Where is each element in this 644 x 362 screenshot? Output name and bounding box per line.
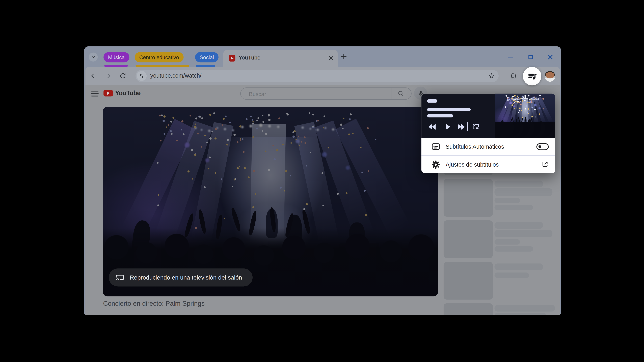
- thumbnail-skeleton: [444, 303, 493, 315]
- text-skeleton: [494, 239, 520, 245]
- tab-title: YouTube: [239, 50, 260, 67]
- media-session-card: [422, 93, 555, 138]
- confetti: [495, 93, 496, 94]
- live-caption-label: Subtítulos Automáticos: [446, 143, 504, 150]
- tab-strip: Música Centro educativo Social YouTube: [84, 46, 561, 67]
- extensions-icon[interactable]: [510, 72, 517, 80]
- window-minimize-button[interactable]: [507, 54, 514, 60]
- window-maximize-button[interactable]: [527, 54, 534, 60]
- search-icon[interactable]: [397, 90, 404, 97]
- toggle-knob: [538, 145, 541, 148]
- tab-group-label: Música: [108, 54, 124, 60]
- url-bar[interactable]: youtube.com/watch/: [136, 70, 498, 82]
- next-track-button[interactable]: [457, 123, 465, 131]
- gear-icon: [431, 160, 440, 169]
- text-skeleton: [494, 246, 533, 252]
- text-skeleton: [494, 305, 555, 312]
- picture-in-picture-button[interactable]: [472, 123, 480, 131]
- text-skeleton: [494, 313, 546, 315]
- youtube-favicon-icon: [229, 55, 235, 61]
- search-box[interactable]: [240, 87, 412, 100]
- play-button[interactable]: [444, 123, 451, 131]
- tab-group-underline: [136, 65, 189, 67]
- text-skeleton: [494, 264, 543, 270]
- youtube-play-icon: [104, 90, 113, 96]
- text-skeleton: [494, 181, 543, 187]
- thumbnail-skeleton: [444, 220, 493, 258]
- search-input[interactable]: [248, 88, 381, 100]
- confetti: [103, 107, 104, 108]
- browser-toolbar: youtube.com/watch/: [85, 67, 560, 85]
- previous-track-button[interactable]: [428, 123, 436, 131]
- media-playback-controls: [422, 121, 496, 134]
- text-skeleton: [494, 198, 520, 203]
- bookmark-star-icon[interactable]: [488, 72, 495, 80]
- playlist-music-icon: [527, 71, 538, 81]
- crowd-silhouette: [495, 122, 555, 138]
- tab-group-label: Social: [200, 54, 214, 60]
- reload-button[interactable]: [119, 72, 126, 80]
- window-close-button[interactable]: [547, 54, 554, 60]
- tab-group-underline: [196, 65, 215, 67]
- media-controls-button[interactable]: [523, 67, 541, 85]
- cast-status-text: Reproduciendo en una televisión del saló…: [130, 274, 242, 281]
- text-skeleton: [494, 273, 529, 278]
- text-skeleton: [494, 205, 533, 210]
- captions-icon: [431, 142, 440, 151]
- youtube-logo[interactable]: YouTube: [104, 87, 140, 99]
- media-controls-popup: Subtítulos Automáticos Ajustes de subtít…: [422, 93, 555, 173]
- tab-close-icon[interactable]: [328, 55, 334, 61]
- confetti: [103, 107, 104, 108]
- browser-window: Música Centro educativo Social YouTube: [84, 46, 561, 315]
- tab-group-social[interactable]: Social: [195, 52, 218, 62]
- menu-icon[interactable]: [91, 91, 98, 96]
- media-title-skeleton: [427, 108, 471, 111]
- search-divider: [391, 88, 391, 99]
- screen: Música Centro educativo Social YouTube: [0, 0, 644, 362]
- captions-toggle[interactable]: [536, 143, 548, 150]
- open-in-new-icon: [541, 161, 549, 168]
- new-tab-button[interactable]: [339, 52, 349, 62]
- back-button[interactable]: [90, 72, 97, 80]
- media-source-skeleton: [427, 99, 438, 103]
- cast-status-pill: Reproduciendo en una televisión del saló…: [109, 269, 253, 287]
- video-title: Concierto en directo: Palm Springs: [103, 300, 204, 307]
- media-thumbnail: [495, 93, 555, 138]
- text-skeleton: [494, 222, 543, 229]
- concert-scene: [495, 93, 555, 138]
- caption-settings-row[interactable]: Ajustes de subtítulos: [422, 155, 555, 173]
- profile-avatar[interactable]: [544, 71, 555, 82]
- forward-button[interactable]: [104, 72, 112, 80]
- live-caption-row[interactable]: Subtítulos Automáticos: [422, 138, 555, 155]
- tab-youtube[interactable]: YouTube: [223, 50, 338, 67]
- chevron-down-icon: [90, 54, 96, 60]
- controls-divider: [467, 122, 468, 131]
- tune-icon: [138, 72, 145, 79]
- text-skeleton: [494, 188, 552, 196]
- tab-group-musica[interactable]: Música: [104, 52, 129, 62]
- tab-group-label: Centro educativo: [139, 54, 179, 60]
- thumbnail-skeleton: [444, 262, 493, 300]
- tab-search-button[interactable]: [89, 52, 98, 61]
- site-settings-button[interactable]: [137, 71, 147, 81]
- text-skeleton: [494, 230, 552, 237]
- youtube-wordmark: YouTube: [115, 89, 140, 97]
- url-text[interactable]: youtube.com/watch/: [150, 70, 202, 82]
- thumbnail-skeleton: [444, 179, 493, 217]
- tab-group-centro-educativo[interactable]: Centro educativo: [135, 52, 184, 62]
- media-artist-skeleton: [427, 114, 453, 117]
- tab-group-underline: [104, 65, 128, 67]
- cast-icon: [116, 273, 124, 282]
- plus-icon: [340, 52, 348, 61]
- caption-settings-label: Ajustes de subtítulos: [446, 161, 498, 168]
- stage-lights: [103, 107, 104, 108]
- video-player[interactable]: Reproduciendo en una televisión del saló…: [103, 107, 438, 296]
- dim-overlay: [103, 107, 438, 296]
